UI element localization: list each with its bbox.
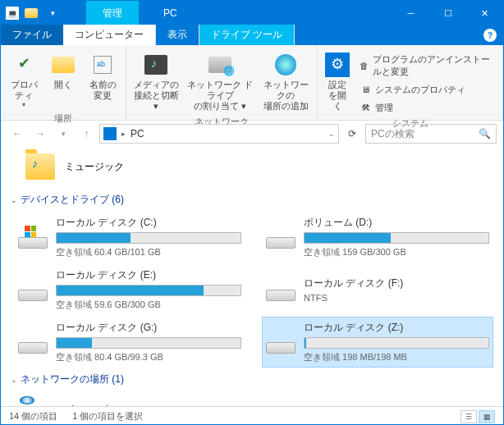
chevron-right-icon: ▸ bbox=[121, 130, 126, 138]
properties-button[interactable]: プロパティ ▾ bbox=[6, 50, 42, 111]
breadcrumb-pc[interactable]: PC bbox=[131, 128, 144, 139]
drive-usage-bar bbox=[56, 337, 241, 349]
tab-file[interactable]: ファイル bbox=[1, 25, 63, 45]
manage-button[interactable]: 🛠 管理 bbox=[355, 99, 497, 116]
back-button[interactable]: ← bbox=[7, 124, 27, 144]
qat-dropdown-icon[interactable]: ▾ bbox=[44, 4, 62, 22]
drive-name: ローカル ディスク (Z:) bbox=[304, 321, 489, 335]
pc-icon bbox=[103, 127, 117, 140]
drives-grid: ローカル ディスク (C:) 空き領域 60.4 GB/101 GB ボリューム… bbox=[11, 212, 493, 368]
drive-item[interactable]: ローカル ディスク (F:) NTFS bbox=[262, 264, 493, 315]
ribbon-tabs: ファイル コンピューター 表示 ドライブ ツール ? bbox=[1, 25, 503, 45]
check-icon bbox=[11, 52, 37, 78]
drive-subtext: 空き領域 60.4 GB/101 GB bbox=[56, 246, 241, 258]
status-bar: 14 個の項目 1 個の項目を選択 ☰ ▦ bbox=[1, 406, 503, 425]
drive-item[interactable]: ローカル ディスク (G:) 空き領域 80.4 GB/99.3 GB bbox=[14, 317, 245, 368]
network-location-item[interactable]: Windows Media Player user (user-pc) bbox=[11, 391, 493, 406]
media-connect-button[interactable]: メディアの 接続と切断 ▾ bbox=[131, 50, 181, 114]
media-icon bbox=[143, 52, 169, 78]
music-folder-icon: ♪ bbox=[25, 153, 55, 180]
add-network-location-button[interactable]: ネットワークの 場所の追加 bbox=[259, 50, 312, 114]
media-label: メディアの 接続と切断 ▾ bbox=[133, 80, 179, 112]
view-details-button[interactable]: ☰ bbox=[460, 410, 477, 423]
up-button[interactable]: ↑ bbox=[76, 124, 96, 144]
rename-icon bbox=[89, 52, 116, 78]
drive-item[interactable]: ボリューム (D:) 空き領域 159 GB/300 GB bbox=[262, 212, 493, 263]
help-icon[interactable]: ? bbox=[483, 29, 497, 42]
content-pane[interactable]: ♪ ミュージック ⌄ デバイスとドライブ (6) ローカル ディスク (C:) … bbox=[1, 147, 503, 406]
minimize-button[interactable]: ─ bbox=[392, 1, 429, 25]
network-locations-list: Windows Media Player user (user-pc) bbox=[11, 391, 493, 406]
system-properties-icon: 🖥 bbox=[359, 83, 372, 96]
hard-drive-icon bbox=[266, 331, 296, 354]
drive-subtext: 空き領域 159 GB/300 GB bbox=[304, 246, 489, 258]
chevron-down-icon: ⌄ bbox=[11, 376, 17, 384]
netdrive-label: ネットワーク ドライブ の割り当て ▾ bbox=[186, 80, 254, 112]
uninstall-programs-button[interactable]: 🗑 プログラムのアンインストールと変更 bbox=[355, 52, 497, 80]
group-header-network[interactable]: ⌄ ネットワークの場所 (1) bbox=[11, 368, 493, 391]
app-icon: 💻 bbox=[6, 7, 19, 20]
open-settings-button[interactable]: ⚙ 設定 を開く bbox=[323, 50, 352, 114]
hard-drive-icon bbox=[266, 278, 296, 301]
manage-label: 管理 bbox=[375, 102, 393, 114]
drive-name: ローカル ディスク (E:) bbox=[56, 268, 241, 282]
status-item-count: 14 個の項目 bbox=[9, 410, 57, 423]
drive-usage-bar bbox=[304, 337, 489, 349]
close-button[interactable]: ✕ bbox=[466, 1, 503, 25]
drive-item[interactable]: ローカル ディスク (C:) 空き領域 60.4 GB/101 GB bbox=[14, 212, 245, 263]
group-network-label: ネットワークの場所 (1) bbox=[21, 372, 124, 386]
drive-name: ローカル ディスク (G:) bbox=[56, 321, 241, 335]
drive-name: ローカル ディスク (C:) bbox=[56, 216, 241, 230]
hard-drive-icon bbox=[266, 226, 296, 249]
address-bar[interactable]: ▸ PC ⌄ bbox=[99, 124, 339, 144]
window-title: PC bbox=[163, 7, 177, 19]
ribbon-group-location: プロパティ ▾ 開く 名前の 変更 場所 bbox=[1, 45, 126, 120]
drive-subtext: 空き領域 59.6 GB/300 GB bbox=[56, 299, 241, 311]
folder-music-label: ミュージック bbox=[65, 160, 124, 174]
network-location-name: user (user-pc) bbox=[48, 404, 110, 406]
settings-label: 設定 を開く bbox=[324, 80, 351, 112]
gear-icon: ⚙ bbox=[324, 52, 351, 78]
uninstall-label: プログラムのアンインストールと変更 bbox=[373, 53, 494, 78]
search-input[interactable]: PCの検索 🔍 bbox=[365, 124, 497, 144]
drive-subtext: 空き領域 198 MB/198 MB bbox=[304, 351, 489, 363]
drive-item[interactable]: ローカル ディスク (E:) 空き領域 59.6 GB/300 GB bbox=[14, 264, 245, 315]
drive-name: ローカル ディスク (F:) bbox=[304, 276, 489, 290]
drive-subtext: 空き領域 80.4 GB/99.3 GB bbox=[56, 351, 241, 363]
drive-item[interactable]: ローカル ディスク (Z:) 空き領域 198 MB/198 MB bbox=[262, 317, 493, 368]
rename-button[interactable]: 名前の 変更 bbox=[85, 50, 121, 103]
folder-open-icon bbox=[50, 52, 76, 78]
drive-usage-bar bbox=[56, 232, 241, 244]
tab-view[interactable]: 表示 bbox=[156, 25, 199, 45]
tab-computer[interactable]: コンピューター bbox=[63, 25, 156, 45]
network-drive-icon bbox=[207, 52, 233, 78]
status-selection: 1 個の項目を選択 bbox=[72, 410, 143, 423]
drive-usage-bar bbox=[56, 285, 241, 296]
open-label: 開く bbox=[54, 80, 72, 90]
ribbon-group-network: メディアの 接続と切断 ▾ ネットワーク ドライブ の割り当て ▾ ネットワーク… bbox=[126, 45, 318, 120]
refresh-button[interactable]: ⟳ bbox=[342, 124, 362, 144]
uninstall-icon: 🗑 bbox=[359, 59, 369, 72]
forward-button[interactable]: → bbox=[30, 124, 50, 144]
hard-drive-icon bbox=[18, 278, 48, 301]
recent-locations-button[interactable]: ▾ bbox=[53, 124, 73, 144]
system-properties-button[interactable]: 🖥 システムのプロパティ bbox=[355, 81, 497, 98]
search-placeholder: PCの検索 bbox=[371, 127, 415, 141]
search-icon: 🔍 bbox=[479, 128, 491, 139]
maximize-button[interactable]: ☐ bbox=[429, 1, 466, 25]
address-bar-row: ← → ▾ ↑ ▸ PC ⌄ ⟳ PCの検索 🔍 bbox=[1, 121, 503, 147]
folder-music[interactable]: ♪ ミュージック bbox=[25, 153, 124, 180]
map-network-drive-button[interactable]: ネットワーク ドライブ の割り当て ▾ bbox=[184, 50, 256, 114]
view-tiles-button[interactable]: ▦ bbox=[479, 410, 495, 423]
drive-usage-bar bbox=[304, 232, 489, 244]
properties-label: プロパティ bbox=[7, 80, 40, 101]
network-location-icon bbox=[273, 52, 299, 78]
tab-drive-tools[interactable]: ドライブ ツール bbox=[199, 25, 295, 45]
hard-drive-icon bbox=[18, 226, 48, 249]
qat-folder-icon[interactable] bbox=[22, 4, 40, 22]
address-dropdown-icon[interactable]: ⌄ bbox=[328, 130, 335, 138]
group-drives-label: デバイスとドライブ (6) bbox=[21, 193, 124, 207]
title-bar: 💻 ▾ 管理 PC ─ ☐ ✕ bbox=[1, 1, 503, 25]
group-header-drives[interactable]: ⌄ デバイスとドライブ (6) bbox=[11, 188, 493, 212]
open-button[interactable]: 開く bbox=[45, 50, 81, 92]
